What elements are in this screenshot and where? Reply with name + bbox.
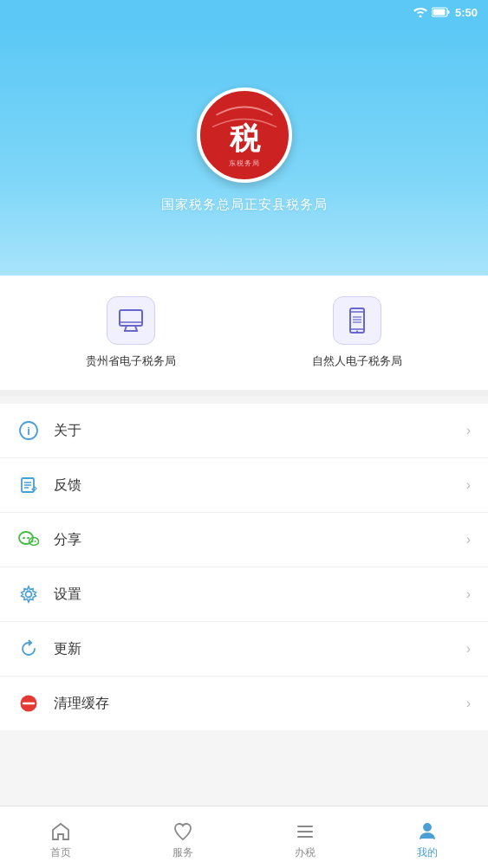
guizhou-label: 贵州省电子税务局 <box>86 353 176 369</box>
svg-point-17 <box>356 331 358 333</box>
content-area: 税 东税务局 国家税务总局正安县税务局 贵州省电子税务局 <box>0 24 488 806</box>
header-title: 国家税务总局正安县税务局 <box>161 197 328 213</box>
menu-item-share[interactable]: 分享 › <box>0 513 488 567</box>
logo: 税 东税务局 <box>197 87 292 183</box>
nav-item-home[interactable]: 首页 <box>0 814 122 860</box>
about-arrow: › <box>466 423 471 438</box>
feedback-arrow: › <box>466 477 471 493</box>
about-label: 关于 <box>54 422 466 440</box>
menu-item-update[interactable]: 更新 › <box>0 622 488 677</box>
share-label: 分享 <box>54 531 466 549</box>
nav-item-service[interactable]: 服务 <box>122 814 244 860</box>
settings-label: 设置 <box>54 586 466 604</box>
natural-icon-box <box>333 296 381 345</box>
gear-icon <box>17 583 40 606</box>
svg-point-28 <box>32 541 34 542</box>
nav-item-mine[interactable]: 我的 <box>366 814 488 860</box>
svg-point-27 <box>27 537 29 540</box>
edit-icon <box>17 474 40 496</box>
menu-item-about[interactable]: i 关于 › <box>0 404 488 458</box>
svg-text:东税务局: 东税务局 <box>229 158 260 166</box>
svg-point-25 <box>29 538 39 546</box>
nav-item-tax[interactable]: 办税 <box>244 814 367 860</box>
menu-item-settings[interactable]: 设置 › <box>0 567 488 622</box>
home-nav-label: 首页 <box>50 845 71 860</box>
person-icon <box>417 821 438 842</box>
svg-rect-6 <box>120 310 142 326</box>
clear-cache-arrow: › <box>466 696 471 711</box>
header-banner: 税 东税务局 国家税务总局正安县税务局 <box>0 24 488 275</box>
svg-point-29 <box>35 541 36 542</box>
svg-point-0 <box>419 16 421 18</box>
svg-point-26 <box>23 537 25 540</box>
share-arrow: › <box>466 532 471 547</box>
feedback-label: 反馈 <box>54 476 466 495</box>
status-icons: 5:50 <box>413 6 478 19</box>
quick-item-natural[interactable]: 自然人电子税务局 <box>312 296 402 369</box>
svg-point-30 <box>26 592 32 598</box>
quick-access-section: 贵州省电子税务局 自然人电子税务局 <box>0 275 488 397</box>
svg-text:i: i <box>27 424 30 437</box>
mine-nav-label: 我的 <box>417 845 438 860</box>
quick-item-guizhou[interactable]: 贵州省电子税务局 <box>86 296 176 369</box>
menu-section: i 关于 › 反馈 › <box>0 404 488 730</box>
update-label: 更新 <box>54 640 466 658</box>
menu-item-clear-cache[interactable]: 清理缓存 › <box>0 677 488 730</box>
natural-label: 自然人电子税务局 <box>312 353 402 369</box>
settings-arrow: › <box>466 586 471 602</box>
status-bar: 5:50 <box>0 0 488 24</box>
svg-rect-3 <box>433 10 445 16</box>
menu-item-feedback[interactable]: 反馈 › <box>0 458 488 513</box>
svg-rect-2 <box>447 10 449 14</box>
no-entry-icon <box>17 692 40 715</box>
status-time: 5:50 <box>455 6 478 19</box>
svg-text:税: 税 <box>228 122 260 156</box>
tax-nav-label: 办税 <box>295 845 316 860</box>
list-icon <box>295 821 316 842</box>
bottom-nav: 首页 服务 办税 我的 <box>0 806 488 868</box>
service-nav-label: 服务 <box>172 845 193 860</box>
update-arrow: › <box>466 641 471 657</box>
svg-point-36 <box>424 824 431 831</box>
home-icon <box>50 821 71 842</box>
heart-icon <box>172 821 193 842</box>
info-icon: i <box>17 419 40 442</box>
wechat-icon <box>17 528 40 551</box>
refresh-icon <box>17 638 40 660</box>
clear-cache-label: 清理缓存 <box>54 695 466 713</box>
guizhou-icon-box <box>107 296 155 345</box>
